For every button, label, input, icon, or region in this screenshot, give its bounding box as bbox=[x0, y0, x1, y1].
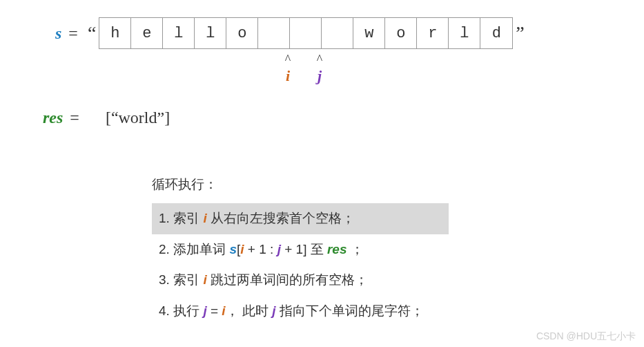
string-row: s = “ hello world ” bbox=[55, 17, 609, 49]
cell-10: r bbox=[417, 18, 449, 48]
step-text: ； bbox=[347, 242, 364, 256]
step-text: 跳过两单词间的所有空格； bbox=[207, 272, 368, 287]
pointer-col-3 bbox=[240, 53, 272, 85]
step-text: 索引 bbox=[170, 211, 204, 225]
pointer-col-2 bbox=[208, 53, 240, 85]
pointer-col-5: ^j bbox=[304, 53, 335, 85]
cell-8: w bbox=[353, 18, 385, 48]
step-1: 1. 索引 i 从右向左搜索首个空格； bbox=[152, 203, 449, 234]
watermark: CSDN @HDU五七小卡 bbox=[536, 330, 636, 343]
cell-0: h bbox=[99, 18, 131, 48]
step-text: 索引 bbox=[170, 272, 204, 287]
open-quote: “ bbox=[88, 22, 96, 44]
pointer-i-label: i bbox=[272, 67, 304, 85]
step-num: 2. bbox=[159, 242, 170, 256]
cell-5 bbox=[258, 18, 290, 48]
step-2: 2. 添加单词 s[i + 1 : j + 1] 至 res ； bbox=[152, 234, 449, 265]
char-cells: hello world bbox=[99, 17, 513, 49]
step-text: 执行 bbox=[170, 303, 204, 318]
cell-3: l bbox=[195, 18, 226, 48]
var-s: s bbox=[55, 24, 61, 43]
cell-6 bbox=[290, 18, 322, 48]
caret-i: ^ bbox=[272, 53, 304, 66]
steps-title: 循环执行： bbox=[152, 176, 449, 194]
cell-2: l bbox=[163, 18, 195, 48]
step-num: 4. bbox=[159, 303, 170, 318]
pointer-col-1 bbox=[177, 53, 208, 85]
close-quote: ” bbox=[516, 22, 524, 44]
pointer-j-label: j bbox=[304, 67, 335, 85]
caret-j: ^ bbox=[304, 53, 335, 66]
pointer-row: ^i^j bbox=[145, 53, 609, 85]
step-text: 从右向左搜索首个空格； bbox=[207, 211, 355, 225]
cell-4: o bbox=[226, 18, 258, 48]
step-num: 1. bbox=[159, 211, 170, 225]
step-3: 3. 索引 i 跳过两单词间的所有空格； bbox=[152, 265, 449, 296]
equals-sign: = bbox=[68, 24, 78, 43]
cell-1: e bbox=[131, 18, 163, 48]
result-value: [“world”] bbox=[106, 109, 170, 127]
pointer-col-4: ^i bbox=[272, 53, 304, 85]
cell-11: l bbox=[449, 18, 480, 48]
cell-9: o bbox=[385, 18, 417, 48]
pointer-col-0 bbox=[145, 53, 177, 85]
var-res: res bbox=[43, 109, 63, 127]
step-text: ， 此时 bbox=[226, 303, 273, 318]
step-4: 4. 执行 j = i， 此时 j 指向下个单词的尾字符； bbox=[152, 296, 449, 327]
step-text: = bbox=[207, 303, 222, 318]
equals-sign-2: = bbox=[70, 109, 79, 127]
var-res-ref: res bbox=[327, 242, 347, 256]
step-text: + 1 : bbox=[244, 242, 277, 256]
var-s-ref: s bbox=[229, 242, 237, 256]
step-text: 指向下个单词的尾字符； bbox=[275, 303, 423, 318]
step-num: 3. bbox=[159, 272, 170, 287]
result-row: res = [“world”] bbox=[43, 109, 609, 127]
cell-7 bbox=[322, 18, 353, 48]
step-text: 添加单词 bbox=[170, 242, 230, 256]
steps-block: 循环执行： 1. 索引 i 从右向左搜索首个空格；2. 添加单词 s[i + 1… bbox=[152, 176, 449, 326]
cell-12: d bbox=[480, 18, 512, 48]
step-text: + 1] 至 bbox=[281, 242, 327, 256]
